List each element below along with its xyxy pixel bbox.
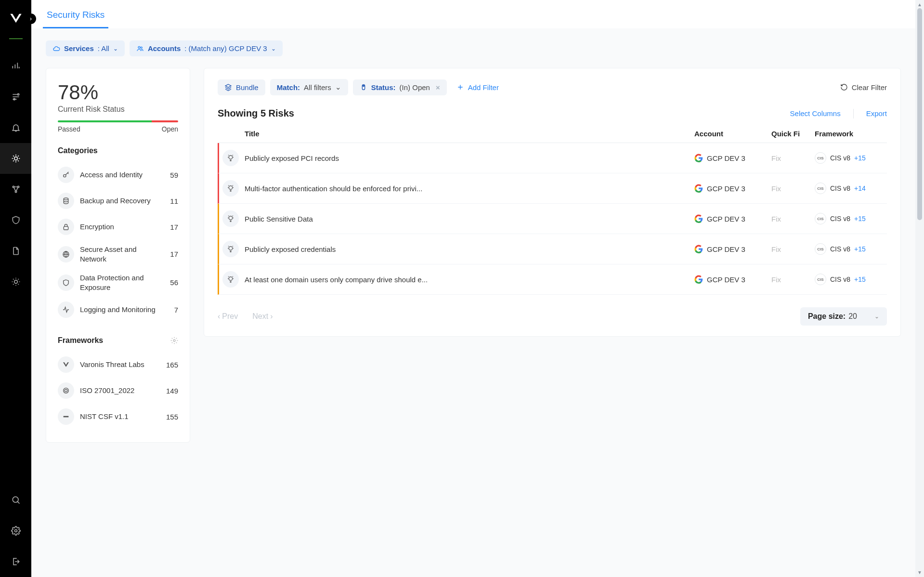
- filter-chip-services[interactable]: Services: All ⌄: [46, 40, 125, 56]
- framework-label: Varonis Threat Labs: [80, 360, 160, 369]
- svg-point-10: [141, 47, 142, 48]
- category-item[interactable]: Data Protection and Exposure 56: [58, 268, 178, 297]
- bundle-button[interactable]: Bundle: [218, 79, 265, 95]
- shield-icon: [58, 275, 74, 291]
- table-row[interactable]: At least one domain users only company d…: [218, 264, 887, 295]
- scroll-down-arrow[interactable]: ▼: [917, 570, 922, 575]
- row-account: GCP DEV 3: [694, 214, 771, 223]
- quick-fix-button[interactable]: Fix: [771, 275, 815, 284]
- bulb-icon: [222, 150, 239, 166]
- framework-more[interactable]: +15: [854, 275, 866, 283]
- svg-point-9: [138, 46, 140, 48]
- category-item[interactable]: Access and Identity 59: [58, 162, 178, 188]
- quick-fix-button[interactable]: Fix: [771, 184, 815, 193]
- add-filter-button[interactable]: Add Filter: [452, 79, 504, 95]
- cis-badge-icon: CIS: [815, 213, 826, 224]
- status-label: Status:: [371, 83, 396, 92]
- expand-nav-button[interactable]: ›: [26, 13, 36, 24]
- bulb-icon: [222, 271, 239, 288]
- nav-item-risks[interactable]: [0, 143, 31, 174]
- svg-point-24: [229, 247, 233, 250]
- framework-more[interactable]: +15: [854, 245, 866, 253]
- select-columns-link[interactable]: Select Columns: [790, 109, 841, 118]
- chevron-down-icon: ⌄: [335, 83, 341, 92]
- row-framework: CIS CIS v8 +15: [815, 152, 887, 164]
- row-account: GCP DEV 3: [694, 275, 771, 284]
- column-title[interactable]: Title: [245, 130, 694, 138]
- scroll-up-arrow[interactable]: ▲: [917, 2, 922, 7]
- tab-security-risks[interactable]: Security Risks: [43, 0, 108, 28]
- risk-summary-card: 78% Current Risk Status Passed Open Cate…: [46, 68, 190, 443]
- page-size-selector[interactable]: Page size: 20 ⌄: [800, 307, 887, 326]
- nav-item-settings[interactable]: [0, 515, 31, 546]
- svg-point-0: [17, 93, 19, 95]
- framework-item[interactable]: NIST CSF v1.1 155: [58, 404, 178, 430]
- cloud-icon: [52, 45, 60, 52]
- nav-item-alerts[interactable]: [0, 112, 31, 143]
- svg-point-16: [64, 388, 69, 393]
- nav-item-logout[interactable]: [0, 546, 31, 577]
- risk-bar-open: [152, 120, 178, 122]
- column-account[interactable]: Account: [694, 130, 771, 138]
- prev-button[interactable]: ‹ Prev: [218, 312, 238, 321]
- svg-point-2: [14, 157, 17, 160]
- remove-filter-icon[interactable]: ×: [436, 83, 440, 92]
- framework-count: 165: [166, 361, 178, 369]
- filter-accounts-value: : (Match any) GCP DEV 3: [184, 44, 267, 52]
- scrollbar[interactable]: ▲ ▼: [915, 0, 924, 577]
- risk-percent: 78%: [58, 81, 178, 104]
- gear-icon[interactable]: [170, 337, 178, 344]
- chevron-down-icon: ⌄: [874, 313, 879, 320]
- nav-item-analytics[interactable]: [0, 51, 31, 81]
- results-toolbar: Bundle Match: All filters ⌄ Status: (In)…: [218, 79, 887, 95]
- quick-fix-button[interactable]: Fix: [771, 154, 815, 162]
- table-row[interactable]: Public Sensitive Data GCP DEV 3 Fix CIS …: [218, 204, 887, 234]
- scroll-thumb[interactable]: [917, 8, 922, 220]
- framework-more[interactable]: +15: [854, 154, 866, 162]
- activity-icon: [58, 302, 74, 318]
- category-item[interactable]: Encryption 17: [58, 214, 178, 240]
- framework-item[interactable]: Varonis Threat Labs 165: [58, 352, 178, 378]
- nav-item-sun[interactable]: [0, 266, 31, 297]
- category-label: Backup and Recovery: [80, 196, 164, 206]
- risks-table: Title Account Quick Fi Framework Publicl…: [218, 130, 887, 295]
- nav-item-graph[interactable]: [0, 174, 31, 205]
- nav-item-search[interactable]: [0, 485, 31, 515]
- framework-name: CIS v8: [830, 154, 850, 162]
- pagination: ‹ Prev Next › Page size: 20 ⌄: [218, 307, 887, 326]
- separator: [853, 109, 854, 118]
- app-logo-icon: [9, 12, 23, 25]
- nav-item-settings-list[interactable]: [0, 81, 31, 112]
- filter-chip-accounts[interactable]: Accounts: (Match any) GCP DEV 3 ⌄: [130, 40, 283, 56]
- column-quickfix[interactable]: Quick Fi: [771, 130, 815, 138]
- iso-icon: [58, 382, 74, 399]
- framework-more[interactable]: +14: [854, 184, 866, 192]
- table-row[interactable]: Publicly exposed credentials GCP DEV 3 F…: [218, 234, 887, 264]
- status-filter-pill[interactable]: Status: (In) Open ×: [353, 79, 447, 95]
- category-item[interactable]: Logging and Monitoring 7: [58, 297, 178, 323]
- next-button[interactable]: Next ›: [252, 312, 273, 321]
- category-item[interactable]: Secure Asset and Network 17: [58, 240, 178, 268]
- column-framework[interactable]: Framework: [815, 130, 887, 138]
- match-filter-pill[interactable]: Match: All filters ⌄: [270, 79, 348, 95]
- nist-icon: [58, 408, 74, 425]
- category-label: Logging and Monitoring: [80, 305, 169, 315]
- table-row[interactable]: Publicly exposed PCI records GCP DEV 3 F…: [218, 143, 887, 173]
- framework-more[interactable]: +15: [854, 215, 866, 223]
- table-row[interactable]: Multi-factor authentication should be en…: [218, 173, 887, 204]
- filter-services-value: : All: [98, 44, 109, 52]
- quick-fix-button[interactable]: Fix: [771, 215, 815, 223]
- category-count: 59: [170, 171, 178, 179]
- row-framework: CIS CIS v8 +14: [815, 183, 887, 194]
- status-icon: [360, 83, 367, 91]
- quick-fix-button[interactable]: Fix: [771, 245, 815, 253]
- framework-item[interactable]: ISO 27001_2022 149: [58, 378, 178, 404]
- nav-item-document[interactable]: [0, 236, 31, 266]
- page-size-value: 20: [848, 312, 857, 321]
- category-item[interactable]: Backup and Recovery 11: [58, 188, 178, 214]
- category-label: Access and Identity: [80, 170, 164, 180]
- nav-item-shield[interactable]: [0, 205, 31, 236]
- export-link[interactable]: Export: [866, 109, 887, 118]
- clear-filter-button[interactable]: Clear Filter: [840, 83, 887, 92]
- svg-point-17: [65, 389, 67, 392]
